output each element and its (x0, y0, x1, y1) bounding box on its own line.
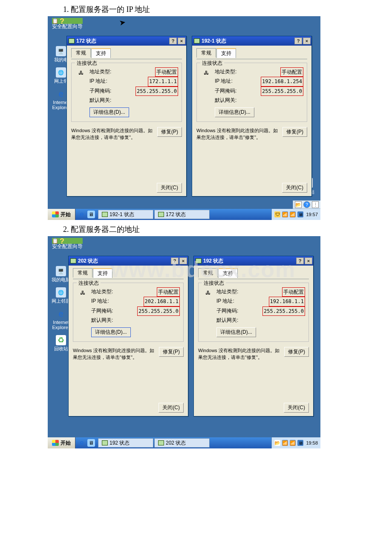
taskbar: 开始 e 🖥 192-1 状态 172 状态 🛡 📶 📶 🖥 19:57 (48, 209, 320, 220)
repair-hint-text: Windows 没有检测到此连接的问题。如果您无法连接，请单击"修复"。 (198, 347, 281, 361)
titlebar[interactable]: 192-1 状态 ? × (192, 36, 311, 46)
repair-button[interactable]: 修复(P) (159, 347, 184, 357)
tab-general[interactable]: 常规 (198, 268, 218, 278)
help-button[interactable]: ? (296, 257, 304, 264)
mask-value: 255.255.255.0 (137, 306, 180, 316)
details-button[interactable]: 详细信息(D)... (215, 107, 254, 117)
close-button[interactable]: 关闭(C) (159, 403, 184, 413)
help-button[interactable]: ? (171, 257, 179, 264)
quick-launch: e 🖥 (75, 209, 98, 220)
repair-button[interactable]: 修复(P) (157, 127, 182, 137)
group-legend: 连接状态 (75, 60, 99, 67)
tab-support[interactable]: 支持 (216, 48, 236, 58)
addrtype-label: 地址类型: (215, 67, 236, 77)
tray-nic1-icon[interactable]: 📶 (282, 211, 288, 217)
tray-nic1-icon[interactable]: 📶 (282, 440, 288, 446)
title-text: 192 状态 (203, 257, 295, 265)
repair-hint-text: Windows 没有检测到此连接的问题。如果您无法连接，请单击"修复"。 (196, 127, 279, 141)
help-folder-icon[interactable]: 📂 (295, 201, 302, 208)
security-config-wizard-icon[interactable]: 📋? 安全配置向导 (52, 18, 83, 29)
gateway-label: 默认网关: (89, 96, 111, 104)
nic-icon (196, 258, 202, 263)
nic-icon (69, 38, 75, 43)
titlebar[interactable]: 192 状态 ? × (194, 256, 313, 266)
details-button[interactable]: 详细信息(D)... (91, 327, 131, 337)
tab-general[interactable]: 常规 (73, 268, 92, 278)
close-button[interactable]: 关闭(C) (284, 403, 309, 413)
group-legend: 连接状态 (77, 280, 101, 287)
tab-support[interactable]: 支持 (218, 268, 238, 278)
tab-support[interactable]: 支持 (91, 48, 111, 58)
my-computer-icon[interactable]: 🖥️我的电脑 (52, 266, 70, 282)
ie-quicklaunch-icon[interactable]: e (78, 211, 86, 218)
mask-label: 子网掩码: (89, 87, 111, 96)
tab-support[interactable]: 支持 (93, 268, 112, 278)
help-q-icon[interactable]: ? (303, 201, 310, 208)
repair-button[interactable]: 修复(P) (282, 127, 307, 137)
recycle-bin-icon[interactable]: ♻回收站 (54, 335, 68, 351)
details-button[interactable]: 详细信息(D)... (89, 107, 129, 117)
tray-nic2-icon[interactable]: 📶 (290, 440, 296, 446)
ip-value: 192.168.1.1 (269, 297, 305, 306)
repair-button[interactable]: 修复(P) (284, 347, 309, 357)
addrtype-value: 手动配置 (155, 67, 178, 77)
title-text: 192-1 状态 (202, 38, 294, 45)
gateway-label: 默认网关: (216, 316, 238, 324)
ip-label: IP 地址: (216, 297, 234, 306)
desktop-quicklaunch-icon[interactable]: 🖥 (87, 439, 95, 447)
taskbar-button-202[interactable]: 202 状态 (154, 438, 210, 448)
mask-label: 子网掩码: (91, 306, 113, 316)
details-button[interactable]: 详细信息(D)... (216, 327, 256, 337)
connection-status-group: 连接状态 🖧 地址类型: 手动配置 IP 地址: 192.168.1.254 子… (196, 63, 307, 122)
addrtype-label: 地址类型: (89, 67, 111, 77)
taskbar-button-192[interactable]: 192 状态 (98, 438, 153, 448)
desktop-quicklaunch-icon[interactable]: 🖥 (87, 211, 95, 218)
tray-nic2-icon[interactable]: 📶 (290, 211, 296, 217)
close-x-button[interactable]: × (303, 38, 311, 44)
title-text: 202 状态 (78, 257, 170, 265)
ie-quicklaunch-icon[interactable]: e (78, 439, 86, 447)
screenshot-1: ➤ 📋? 安全配置向导 🖥️我的电 🌐网上邻 eInternetExplorer… (48, 16, 320, 220)
ip-value: 192.168.1.254 (261, 77, 303, 86)
tray-monitor-icon[interactable]: 🖥 (297, 211, 303, 217)
help-button[interactable]: ? (294, 38, 302, 44)
titlebar[interactable]: 202 状态 ? × (69, 256, 188, 266)
mask-value: 255.255.255.0 (135, 87, 178, 96)
taskbar-button-192-1[interactable]: 192-1 状态 (98, 210, 153, 219)
start-button[interactable]: 开始 (48, 209, 75, 220)
status-dialog-192-1: 192-1 状态 ? × 常规 支持 连接状态 🖧 地址类型: 手动配置 IP … (192, 36, 312, 197)
nic-large-icon: 🖧 (202, 287, 214, 298)
ip-label: IP 地址: (89, 77, 107, 86)
nic-large-icon: 🖧 (200, 67, 212, 78)
start-button[interactable]: 开始 (48, 437, 75, 448)
close-button[interactable]: 关闭(C) (282, 183, 307, 193)
network-places-icon[interactable]: 🌐网上邻居 (52, 287, 70, 304)
close-x-button[interactable]: × (179, 257, 187, 264)
close-x-button[interactable]: × (305, 257, 312, 264)
network-places-icon[interactable]: 🌐网上邻 (54, 67, 68, 84)
ip-value: 172.1.1.1 (148, 77, 178, 86)
tab-general[interactable]: 常规 (196, 48, 216, 58)
repair-hint-text: Windows 没有检测到此连接的问题。如果您无法连接，请单击"修复"。 (71, 127, 154, 141)
security-config-wizard-icon[interactable]: 📋? 安全配置向导 (52, 238, 83, 249)
close-x-button[interactable]: × (178, 38, 185, 44)
tab-general[interactable]: 常规 (71, 48, 91, 58)
my-computer-icon[interactable]: 🖥️我的电 (54, 46, 68, 62)
help-button[interactable]: ? (169, 38, 177, 44)
tray-folder-icon[interactable]: 📂 (274, 440, 280, 446)
titlebar[interactable]: 172 状态 ? × (67, 36, 186, 46)
nic-icon (194, 38, 200, 43)
ie-icon[interactable]: eInternetExplorer (52, 309, 70, 330)
connection-status-group: 连接状态 🖧 地址类型: 手动配置 IP 地址: 192.168.1.1 子网掩… (198, 283, 309, 342)
group-legend: 连接状态 (202, 280, 226, 287)
tray-shield-icon[interactable]: 🛡 (274, 211, 280, 217)
windows-logo-icon (52, 440, 59, 446)
status-dialog-192: 192 状态 ? × 常规 支持 连接状态 🖧 地址类型: 手动配置 IP 地址… (193, 256, 314, 416)
status-dialog-202: 202 状态 ? × 常规 支持 连接状态 🖧 地址类型: 手动配置 IP 地址… (68, 256, 188, 416)
taskbar-button-172[interactable]: 172 状态 (154, 210, 210, 219)
tray-monitor-icon[interactable]: 🖥 (297, 440, 303, 446)
help-more-icon[interactable]: ⋮ (312, 201, 319, 208)
close-button[interactable]: 关闭(C) (157, 183, 182, 193)
ip-label: IP 地址: (215, 77, 233, 86)
heading-2: 2. 配置服务器二的地址 (0, 220, 392, 236)
